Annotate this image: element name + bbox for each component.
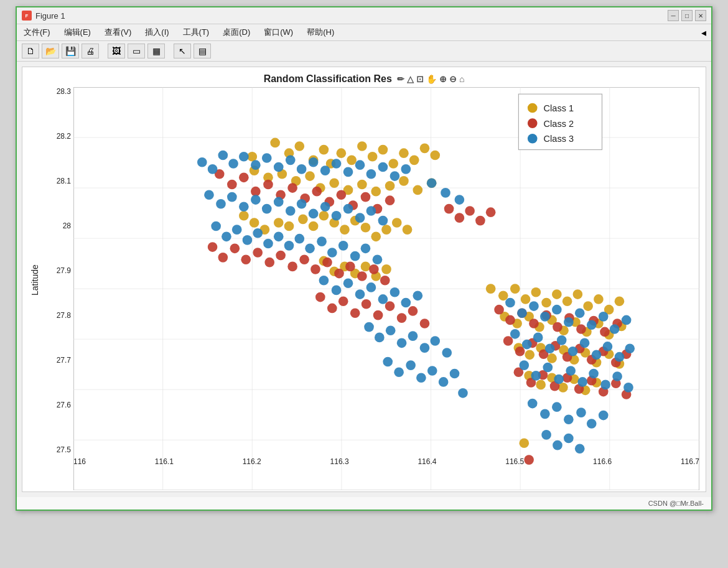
plot-tool-triangle[interactable]: △	[407, 74, 414, 84]
svg-point-61	[298, 215, 308, 225]
svg-point-154	[338, 296, 348, 306]
plot-tool-edit[interactable]: ✏	[397, 74, 404, 84]
svg-point-318	[541, 430, 551, 440]
svg-point-210	[309, 157, 319, 167]
svg-point-313	[552, 402, 562, 412]
svg-point-54	[413, 185, 422, 195]
restore-button[interactable]: □	[681, 10, 693, 21]
svg-point-309	[612, 371, 622, 381]
menu-view[interactable]: 查看(V)	[103, 26, 133, 39]
svg-point-260	[364, 322, 374, 332]
svg-point-205	[251, 160, 261, 170]
toolbar-open[interactable]: 📂	[42, 44, 59, 58]
svg-point-83	[531, 287, 541, 297]
svg-point-62	[309, 221, 319, 231]
svg-point-81	[510, 284, 520, 294]
toolbar-grid[interactable]: ▦	[147, 44, 165, 58]
svg-point-274	[450, 369, 460, 379]
x-axis-ticks: 116 116.1 116.2 116.3 116.4 116.5 116.6 …	[73, 457, 699, 473]
close-button[interactable]: ✕	[695, 10, 706, 21]
svg-point-145	[312, 187, 322, 197]
svg-point-246	[327, 248, 337, 258]
svg-point-59	[274, 218, 284, 228]
toolbar-save[interactable]: 💾	[62, 44, 79, 58]
svg-point-266	[430, 336, 440, 346]
svg-point-301	[519, 360, 529, 370]
toolbar-panel[interactable]: ▤	[194, 44, 211, 58]
menu-bar: 文件(F) 编辑(E) 查看(V) 插入(I) 工具(T) 桌面(D) 窗口(W…	[17, 24, 711, 41]
svg-point-267	[442, 348, 452, 358]
svg-point-308	[600, 380, 610, 390]
svg-point-292	[533, 333, 543, 343]
svg-point-268	[383, 357, 393, 367]
svg-point-212	[332, 159, 342, 169]
plot-tool-zoomin[interactable]: ⊕	[439, 74, 447, 84]
menu-tools[interactable]: 工具(T)	[181, 26, 212, 39]
svg-point-252	[332, 286, 342, 296]
title-bar-left: F Figure 1	[22, 11, 65, 21]
svg-point-296	[580, 338, 590, 348]
svg-point-234	[378, 216, 388, 226]
y-axis-ticks: 28.3 28.2 28.1 28 27.9 27.8 27.7 27.6 27…	[42, 87, 73, 454]
menu-file[interactable]: 文件(F)	[22, 26, 52, 39]
svg-point-243	[294, 234, 304, 244]
toolbar-mobile[interactable]: ▭	[128, 44, 145, 58]
svg-point-257	[390, 287, 400, 297]
toolbar-image[interactable]: 🖼	[108, 44, 125, 58]
svg-point-32	[337, 148, 347, 158]
svg-point-124	[241, 254, 251, 264]
plot-tool-zoomout[interactable]: ⊖	[449, 74, 457, 84]
y-axis-label: Latitude	[29, 87, 41, 473]
svg-point-121	[208, 242, 218, 252]
menu-edit[interactable]: 编辑(E)	[62, 26, 93, 39]
svg-point-207	[274, 162, 284, 172]
svg-point-176	[600, 327, 610, 337]
svg-point-233	[366, 206, 376, 216]
svg-point-238	[243, 235, 253, 245]
svg-point-320	[564, 434, 574, 444]
svg-point-204	[239, 152, 249, 162]
svg-point-122	[218, 253, 228, 263]
svg-point-163	[455, 213, 465, 223]
svg-point-86	[562, 296, 572, 306]
svg-point-201	[208, 164, 218, 174]
toolbar-print[interactable]: 🖨	[82, 44, 99, 58]
svg-point-283	[552, 305, 562, 315]
svg-point-269	[394, 367, 404, 377]
svg-point-120	[519, 438, 529, 448]
plot-tool-box[interactable]: ⊡	[416, 74, 424, 84]
svg-point-280	[517, 308, 527, 318]
svg-point-23	[528, 134, 538, 144]
svg-point-165	[475, 216, 485, 226]
minimize-button[interactable]: ─	[668, 10, 679, 21]
menu-help[interactable]: 帮助(H)	[305, 26, 336, 39]
window-icon: F	[22, 11, 32, 21]
plot-tool-home[interactable]: ⌂	[459, 74, 464, 84]
footer-text: CSDN @□Mr.Ball-	[648, 500, 704, 507]
svg-point-138	[227, 180, 237, 190]
svg-point-36	[378, 145, 388, 155]
svg-point-290	[510, 329, 520, 339]
svg-point-253	[343, 278, 353, 288]
svg-point-161	[420, 319, 430, 328]
svg-point-143	[287, 183, 297, 193]
svg-point-300	[625, 343, 635, 353]
chart-container: Latitude 28.3 28.2 28.1 28 27.9 27.8 27.…	[29, 87, 699, 473]
svg-point-241	[274, 231, 284, 241]
svg-point-63	[319, 211, 329, 221]
svg-point-151	[385, 195, 395, 205]
toolbar-cursor[interactable]: ↖	[174, 44, 191, 58]
svg-point-141	[263, 180, 273, 190]
menu-arrow[interactable]: ◂	[701, 27, 706, 39]
svg-point-294	[557, 335, 567, 345]
plot-tool-hand[interactable]: ✋	[426, 74, 437, 84]
svg-point-276	[427, 178, 437, 188]
svg-point-295	[568, 347, 578, 356]
svg-point-28	[294, 141, 304, 151]
svg-point-133	[345, 262, 355, 272]
svg-point-82	[521, 294, 531, 304]
menu-insert[interactable]: 插入(I)	[143, 26, 170, 39]
menu-window[interactable]: 窗口(W)	[262, 26, 295, 39]
menu-desktop[interactable]: 桌面(D)	[221, 26, 252, 39]
toolbar-new[interactable]: 🗋	[22, 44, 39, 58]
